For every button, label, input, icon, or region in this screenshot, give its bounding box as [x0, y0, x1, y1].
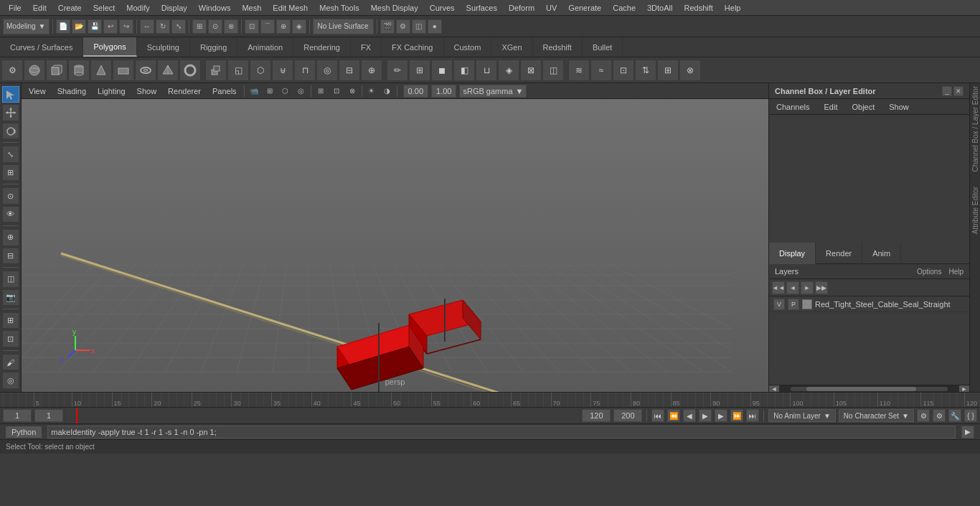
wf-tab-rendering[interactable]: Rendering	[293, 37, 351, 57]
next-frame-btn[interactable]: ▶	[715, 409, 727, 422]
jump-start-btn[interactable]: ⏮	[651, 409, 664, 422]
vp-light-icon[interactable]: ☀	[365, 85, 378, 98]
show-hide-btn[interactable]: 👁	[2, 206, 19, 222]
new-scene-icon[interactable]: 📄	[56, 19, 70, 34]
vp-menu-panels[interactable]: Panels	[208, 83, 241, 99]
vp-smooth-icon[interactable]: ◎	[295, 85, 308, 98]
undo-icon[interactable]: ↩	[103, 19, 118, 34]
menu-mesh-display[interactable]: Mesh Display	[365, 2, 424, 14]
vp-menu-lighting[interactable]: Lighting	[93, 83, 130, 99]
camera-btn[interactable]: 📷	[2, 289, 19, 306]
sculpt-btn[interactable]: ◎	[2, 372, 19, 388]
menu-mesh-tools[interactable]: Mesh Tools	[314, 2, 364, 14]
vp-shadow-icon[interactable]: ◑	[381, 85, 394, 98]
snap-grid-icon[interactable]: ⊡	[245, 19, 259, 34]
wf-tab-curves-surfaces[interactable]: Curves / Surfaces	[0, 37, 83, 57]
menu-help[interactable]: Help	[719, 2, 747, 14]
wf-tab-fx[interactable]: FX	[351, 37, 382, 57]
side-tab-attribute-editor[interactable]: Attribute Editor	[971, 187, 979, 234]
script-input[interactable]	[47, 426, 956, 439]
vp-poly-icon[interactable]: ⊡	[330, 85, 343, 98]
shelf-smooth-icon[interactable]: ◎	[316, 60, 338, 81]
shelf-pen-icon[interactable]: ✏	[387, 60, 408, 81]
wf-tab-fx-caching[interactable]: FX Caching	[382, 37, 443, 57]
layer-playback-btn[interactable]: P	[788, 299, 799, 310]
cb-close-btn[interactable]: ✕	[953, 86, 963, 96]
save-scene-icon[interactable]: 💾	[88, 19, 102, 34]
layer-tab-display[interactable]: Display	[769, 243, 816, 264]
script-run-btn[interactable]: ▶	[961, 426, 974, 439]
paint-btn[interactable]: 🖌	[2, 354, 19, 370]
shelf-mirror-icon[interactable]: ⊟	[339, 60, 360, 81]
menu-curves[interactable]: Curves	[424, 2, 461, 14]
wf-tab-animation[interactable]: Animation	[237, 37, 293, 57]
vp-menu-shading[interactable]: Shading	[53, 83, 90, 99]
hud-icon[interactable]: ◫	[412, 19, 426, 34]
cb-tab-channels[interactable]: Channels	[769, 99, 816, 114]
menu-3dto[interactable]: 3DtoAll	[641, 2, 678, 14]
wf-tab-xgen[interactable]: XGen	[491, 37, 532, 57]
redshift-sphere-icon[interactable]: ●	[428, 19, 442, 34]
prev-key-btn[interactable]: ⏪	[667, 409, 680, 422]
menu-generate[interactable]: Generate	[562, 2, 607, 14]
snap-curve-icon[interactable]: ⌒	[260, 19, 275, 34]
wf-tab-rigging[interactable]: Rigging	[190, 37, 237, 57]
snap-surface-icon[interactable]: ◈	[292, 19, 306, 34]
shelf-boolean-icon[interactable]: ⊕	[361, 60, 382, 81]
snap-point-icon[interactable]: ⊕	[276, 19, 291, 34]
move-icon[interactable]: ↔	[140, 19, 154, 34]
anim-layer-dropdown[interactable]: No Anim Layer ▼	[768, 409, 836, 422]
vp-menu-view[interactable]: View	[24, 83, 50, 99]
layers-h-scroll[interactable]: ◄ ►	[769, 385, 969, 392]
shelf-cylinder-icon[interactable]	[68, 60, 90, 81]
menu-cache[interactable]: Cache	[607, 2, 641, 14]
rotate-x-field[interactable]: 0.00	[403, 85, 428, 98]
cb-tab-show[interactable]: Show	[882, 99, 916, 114]
workspace-dropdown[interactable]: Modeling ▼	[3, 19, 50, 34]
render-icon[interactable]: 🎬	[380, 19, 395, 34]
render-settings-icon[interactable]: ⚙	[396, 19, 410, 34]
select-tool-btn[interactable]	[2, 86, 19, 103]
max-frame-field[interactable]: 200	[613, 409, 642, 422]
menu-mesh[interactable]: Mesh	[236, 2, 267, 14]
menu-edit[interactable]: Edit	[27, 2, 52, 14]
wf-tab-bullet[interactable]: Bullet	[583, 37, 623, 57]
menu-redshift[interactable]: Redshift	[678, 2, 718, 14]
shelf-wedge-icon[interactable]: ◧	[453, 60, 475, 81]
script-editor-btn[interactable]: { }	[964, 409, 977, 422]
shelf-bridge-icon[interactable]: ⬡	[250, 60, 271, 81]
live-surface-btn[interactable]: No Live Surface	[313, 19, 374, 34]
menu-select[interactable]: Select	[88, 2, 121, 14]
layer-visibility-btn[interactable]: V	[773, 299, 785, 310]
next-key-btn[interactable]: ⏩	[730, 409, 743, 422]
soft-mod-btn[interactable]: ⊙	[2, 187, 19, 204]
menu-uv[interactable]: UV	[540, 2, 562, 14]
render-region-btn[interactable]: ◫	[2, 271, 19, 287]
cb-tab-object[interactable]: Object	[844, 99, 882, 114]
shelf-bevel-icon[interactable]: ◱	[227, 60, 249, 81]
h-scroll-track[interactable]	[791, 387, 948, 391]
shelf-extract-icon[interactable]: ◫	[542, 60, 564, 81]
menu-deform[interactable]: Deform	[503, 2, 540, 14]
scale-icon[interactable]: ⤡	[171, 19, 186, 34]
shelf-sphere-icon[interactable]	[24, 60, 45, 81]
shelf-combine-icon[interactable]: ⊎	[272, 60, 293, 81]
cb-tab-edit[interactable]: Edit	[816, 99, 844, 114]
h-scroll-left[interactable]: ◄	[769, 385, 779, 393]
snap-together-btn[interactable]: ⊕	[2, 229, 19, 245]
open-scene-icon[interactable]: 📂	[72, 19, 86, 34]
shelf-flip-icon[interactable]: ⇅	[635, 60, 656, 81]
shelf-separate-icon[interactable]: ⊓	[294, 60, 316, 81]
shelf-plane-icon[interactable]	[113, 60, 134, 81]
shelf-target-icon[interactable]: ⊗	[679, 60, 701, 81]
vp-wireframe-icon[interactable]: ⬡	[279, 85, 292, 98]
layer-tab-render[interactable]: Render	[816, 243, 862, 264]
component-mode-btn[interactable]: ⊡	[2, 330, 19, 347]
menu-file[interactable]: File	[3, 2, 27, 14]
object-mode-btn[interactable]: ⊞	[2, 312, 19, 329]
anim-layer-settings-btn[interactable]: ⚙	[917, 409, 930, 422]
move-tool-btn[interactable]	[2, 104, 19, 121]
layer-item[interactable]: V P Red_Tight_Steel_Cable_Seal_Straight	[769, 296, 969, 312]
shelf-fill-icon[interactable]: ◼	[431, 60, 453, 81]
universal-tool-btn[interactable]: ⊞	[2, 164, 19, 181]
